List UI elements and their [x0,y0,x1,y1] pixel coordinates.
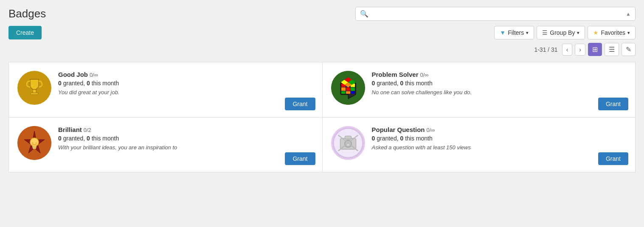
badge-stats-popular-question: 0 granted, 0 this month [372,135,627,142]
svg-rect-2 [31,93,38,95]
badge-image-good-job [17,71,51,105]
svg-rect-32 [345,136,351,139]
search-icon: 🔍 [360,10,368,18]
svg-rect-10 [341,87,346,91]
badge-stats-problem-solver: 0 granted, 0 this month [372,80,627,87]
create-button[interactable]: Create [8,26,42,39]
search-bar[interactable]: 🔍 ▲ [355,7,636,21]
badge-info-brilliant: Brilliant 0/2 0 granted, 0 this month Wi… [58,126,314,151]
svg-rect-15 [351,91,355,94]
next-page-button[interactable]: › [575,44,585,56]
badge-desc-popular-question: Asked a question with at least 150 views [372,144,627,151]
edit-view-button[interactable]: ✎ [622,43,636,56]
favorites-button[interactable]: ★ Favorites ▾ [588,26,636,39]
favorites-chevron-icon: ▾ [627,30,630,36]
grant-button-good-job[interactable]: Grant [285,98,315,110]
svg-point-22 [30,138,39,146]
badge-name-good-job: Good Job [58,71,88,78]
groupby-chevron-icon: ▾ [577,30,579,36]
badge-card-problem-solver: Problem Solver 0/∞ 0 granted, 0 this mon… [322,62,636,117]
page-title: Badges [8,7,46,20]
badge-quota-problem-solver: 0/∞ [420,72,428,78]
top-bar: Badges 🔍 ▲ [8,7,636,21]
filters-button[interactable]: ▼ Filters ▾ [494,26,534,39]
grant-button-popular-question[interactable]: Grant [598,152,628,165]
svg-rect-24 [33,148,36,149]
svg-rect-23 [32,146,37,148]
badge-quota-good-job: 0/∞ [90,72,98,78]
prev-page-button[interactable]: ‹ [562,44,573,56]
groupby-icon: ☰ [542,29,548,36]
badge-name-problem-solver: Problem Solver [372,71,419,78]
badge-info-problem-solver: Problem Solver 0/∞ 0 granted, 0 this mon… [372,71,627,95]
badge-quota-popular-question: 0/∞ [426,127,435,133]
badges-grid: Good Job 0/∞ 0 granted, 0 this month You… [8,62,636,172]
search-input[interactable] [371,11,626,17]
grant-button-problem-solver[interactable]: Grant [598,98,628,110]
badge-stats-good-job: 0 granted, 0 this month [58,80,314,87]
filter-icon: ▼ [500,29,506,36]
badge-image-popular-question [331,126,365,160]
pagination-info: 1-31 / 31 [534,46,557,53]
badge-card-popular-question: Popular Question 0/∞ 0 granted, 0 this m… [322,117,636,172]
badge-image-brilliant [17,126,51,160]
badge-desc-brilliant: With your brilliant ideas, you are an in… [58,144,314,151]
left-header: Badges [8,7,46,20]
filters-label: Filters [508,29,524,36]
page: Badges 🔍 ▲ Create ▼ Filters ▾ ☰ Group By… [0,0,644,227]
groupby-label: Group By [550,29,575,36]
favorites-label: Favorites [601,29,625,36]
badge-info-popular-question: Popular Question 0/∞ 0 granted, 0 this m… [372,126,627,151]
badge-quota-brilliant: 0/2 [84,127,91,133]
badge-desc-good-job: You did great at your job. [58,89,314,95]
badge-name-popular-question: Popular Question [372,126,425,133]
svg-rect-12 [351,87,355,91]
svg-rect-13 [341,91,346,94]
badge-info-good-job: Good Job 0/∞ 0 granted, 0 this month You… [58,71,314,95]
badge-name-brilliant: Brilliant [58,126,82,133]
grid-view-button[interactable]: ⊞ [588,43,602,56]
grant-button-brilliant[interactable]: Grant [285,152,315,165]
badge-desc-problem-solver: No one can solve challenges like you do. [372,89,627,95]
badge-image-problem-solver [331,71,365,105]
svg-rect-1 [33,90,36,93]
favorites-star-icon: ★ [593,29,599,36]
badge-stats-brilliant: 0 granted, 0 this month [58,135,314,142]
groupby-button[interactable]: ☰ Group By ▾ [537,26,585,39]
search-caret-icon: ▲ [626,11,631,17]
badge-card-brilliant: Brilliant 0/2 0 granted, 0 this month Wi… [8,117,322,172]
svg-rect-14 [346,91,350,94]
filters-chevron-icon: ▾ [526,30,529,36]
list-view-button[interactable]: ☰ [605,43,619,56]
svg-rect-11 [346,87,350,91]
badge-card-good-job: Good Job 0/∞ 0 granted, 0 this month You… [8,62,322,117]
